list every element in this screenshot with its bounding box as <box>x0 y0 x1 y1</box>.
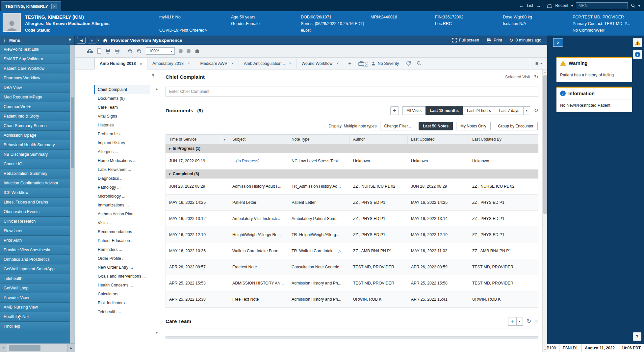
filter-button[interactable]: Group by Encounter <box>494 122 538 130</box>
sidebar-item[interactable]: FindHelp <box>0 322 70 331</box>
print-icon[interactable] <box>105 49 111 54</box>
sidebar-item[interactable]: Pharmacy Workflow <box>0 73 70 83</box>
document-icon[interactable] <box>97 48 101 54</box>
history-chevron-icon[interactable]: ▾ <box>98 39 99 42</box>
pin-icon[interactable] <box>68 38 72 42</box>
cell-subject[interactable]: Walk-in Care Intake Form <box>232 249 278 253</box>
fullscreen-button[interactable]: Full screen <box>452 38 479 42</box>
filter-button[interactable]: Last 50 Notes <box>419 122 453 130</box>
sidebar-item[interactable]: ICP Workflow <box>0 188 70 198</box>
cell-subject[interactable]: ADMISSION HISTORY AN... <box>232 281 284 285</box>
component-nav-item[interactable]: Microbiology ... <box>94 192 150 201</box>
sidebar-item[interactable]: Infection Confirmation Advisor <box>0 178 70 188</box>
menu-strip[interactable]: ⋮ Menu <box>0 36 75 45</box>
scroll-right-icon[interactable]: ▸ <box>67 344 75 352</box>
sidebar-item[interactable]: GetWell Loop <box>0 284 70 293</box>
search-icon[interactable] <box>631 3 635 8</box>
group-header-completed[interactable]: ▾ Completed (8) <box>166 170 538 178</box>
column-header[interactable]: Last Updated By ▾ <box>469 135 538 144</box>
tab-list-menu-button[interactable]: ≡ ▾ <box>530 58 547 69</box>
component-nav-item[interactable]: Visits ... <box>94 219 150 227</box>
component-nav-item[interactable]: Vital Signs <box>94 112 150 121</box>
search-icon[interactable] <box>414 58 425 69</box>
sidebar-item[interactable]: DBA View <box>0 83 70 93</box>
sidebar-item[interactable]: Lines, Tubes and Drains <box>0 198 70 207</box>
component-nav-item[interactable]: Care Team <box>94 103 150 112</box>
component-nav-item[interactable]: Chief Complaint <box>94 85 150 94</box>
column-header[interactable]: Last Updated ▾ <box>408 135 469 144</box>
filter-button[interactable]: Change Filter... <box>380 122 415 130</box>
sidebar-item[interactable]: Rehabilitation Summary <box>0 169 70 178</box>
zoom-in-icon[interactable] <box>137 49 142 54</box>
scroll-left-icon[interactable]: « <box>0 344 7 352</box>
sidebar-item[interactable]: GetWell Inpatient SmartApp <box>0 264 70 274</box>
cell-subject[interactable]: Freetext Note <box>232 265 257 269</box>
table-row[interactable]: APR 25, 2022 15:38 Free Text Note Admiss… <box>166 291 538 308</box>
sidebar-horizontal-scrollbar[interactable]: « ▸ <box>0 343 75 352</box>
sidebar-item[interactable]: HealthInfoNet <box>0 312 70 322</box>
column-header[interactable]: Time of Service ▾ <box>166 135 229 144</box>
sidebar-item[interactable]: NB Discharge Summary <box>0 150 70 159</box>
close-icon[interactable]: × <box>289 61 292 66</box>
close-icon[interactable]: × <box>336 61 339 66</box>
list-back-icon[interactable]: ← <box>519 3 524 8</box>
filter-button[interactable]: Last 18 months <box>425 106 463 115</box>
home-icon[interactable] <box>194 49 200 53</box>
close-icon[interactable]: × <box>231 61 234 66</box>
component-nav-item[interactable]: Risk Indicators ... <box>94 299 150 307</box>
workflow-tab[interactable]: Amb Anticoagulation... × <box>239 58 296 69</box>
scroll-up-icon[interactable]: ▴ <box>156 87 158 91</box>
help-button[interactable]: ? <box>633 332 641 341</box>
component-nav-item[interactable]: Home Medications ... <box>94 156 150 165</box>
component-nav-item[interactable]: Order Profile ... <box>94 254 150 263</box>
filter-button[interactable]: My Notes Only <box>456 122 491 130</box>
sidebar-item[interactable]: Prior Auth <box>0 236 70 245</box>
cell-subject[interactable]: Admission History Adult F... <box>232 184 281 189</box>
component-nav-item[interactable]: Telehealth ... <box>94 308 150 316</box>
scrollbar-thumb[interactable] <box>71 97 74 168</box>
section-menu-icon[interactable]: ≡ <box>535 318 538 325</box>
sidebar-item[interactable]: SMART App Validator <box>0 54 70 64</box>
scrollbar-thumb[interactable] <box>543 75 547 214</box>
sidebar-item[interactable]: ViewPoint Test Link <box>0 45 70 54</box>
filter-more-chevron-icon[interactable]: ▾ <box>523 106 530 115</box>
group-header-in-progress[interactable]: ▾ In Progress (1) <box>166 144 538 153</box>
component-nav-item[interactable]: Implant History ... <box>94 139 150 147</box>
sidebar-item[interactable]: Flowsheet <box>0 226 70 236</box>
zoom-out-icon[interactable] <box>128 49 133 54</box>
filter-button[interactable]: Last 24 hours <box>463 106 495 115</box>
print-preview-icon[interactable] <box>115 49 120 54</box>
component-nav-item[interactable]: Goals and Interventions ... <box>94 272 150 281</box>
filter-button[interactable]: All Visits <box>402 106 426 115</box>
back-button[interactable]: ◀ <box>77 37 86 44</box>
workflow-tab[interactable]: Wound Workflow × <box>296 58 344 69</box>
component-nav-item[interactable]: Pathology ... <box>94 183 150 192</box>
cell-subject[interactable]: Height/Weight/Allergy Re... <box>232 232 281 237</box>
workflow-tab[interactable]: Medicare AWV × <box>195 58 239 69</box>
component-nav-item[interactable]: Documents (9) <box>94 94 150 103</box>
workflow-tab[interactable]: Ambulatory 2018 × <box>147 58 195 69</box>
briefcase-icon[interactable]: 0 <box>355 58 367 69</box>
close-icon[interactable]: × <box>51 4 57 9</box>
tag-icon[interactable] <box>403 58 414 69</box>
sidebar-item[interactable]: Cancer IQ <box>0 159 70 169</box>
close-icon[interactable]: × <box>140 61 142 66</box>
cell-subject[interactable]: Ambulatory Visit Instructi... <box>232 216 280 221</box>
info-toggle-button[interactable]: i <box>633 50 642 59</box>
close-icon[interactable]: × <box>188 61 190 66</box>
forward-button[interactable]: ▶ <box>88 37 96 44</box>
component-nav-item[interactable]: Recommendations ... <box>94 228 150 236</box>
home-icon[interactable] <box>103 38 108 42</box>
list-forward-icon[interactable]: → <box>536 3 541 8</box>
component-nav-item[interactable]: Immunizations ... <box>94 201 150 209</box>
component-nav-item[interactable]: Allergies ... <box>94 148 150 156</box>
add-care-team-button[interactable]: + <box>508 317 517 326</box>
pin-icon[interactable] <box>151 73 155 78</box>
sidebar-item[interactable]: Observation Events <box>0 207 70 217</box>
sidebar-item[interactable]: Provider View <box>0 293 70 303</box>
sidebar-item[interactable]: Med Request MPage <box>0 93 70 102</box>
sidebar-item[interactable]: Behavioral Health Summary <box>0 140 70 150</box>
scroll-down-icon[interactable]: ▾ <box>156 331 158 335</box>
add-document-button[interactable]: + <box>390 106 399 115</box>
column-header[interactable]: Subject ▾ <box>229 135 288 144</box>
